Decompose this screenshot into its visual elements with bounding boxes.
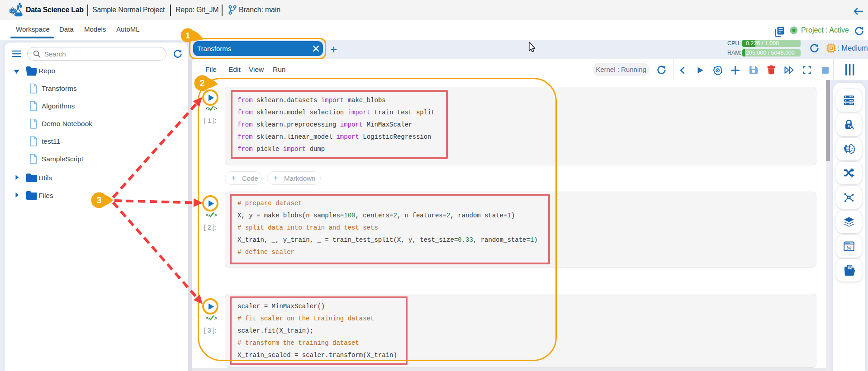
svg-text:(x): (x) (846, 245, 851, 250)
